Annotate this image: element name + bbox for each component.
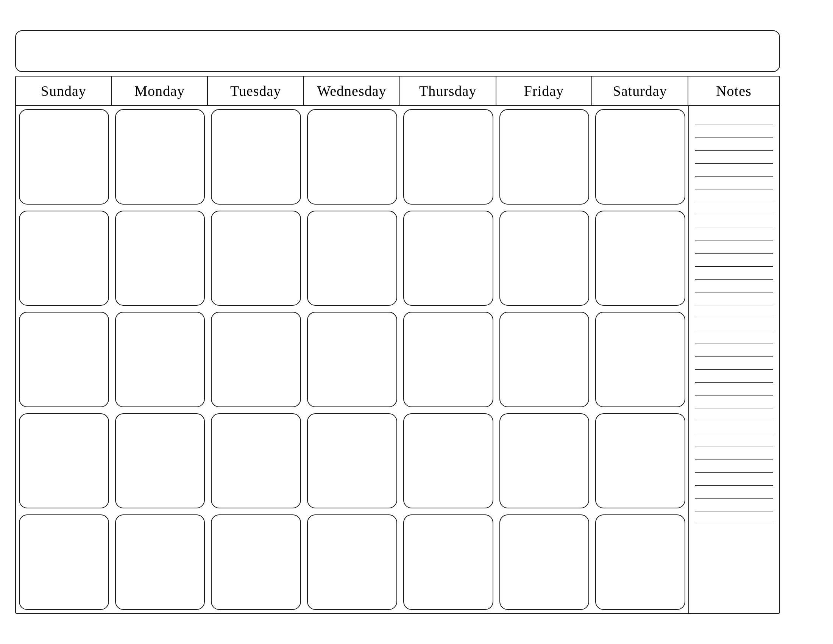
week5-saturday[interactable] bbox=[595, 514, 685, 610]
calendar-container: Sunday Monday Tuesday Wednesday Thursday… bbox=[0, 15, 795, 629]
note-line bbox=[695, 139, 773, 151]
header-notes: Notes bbox=[688, 77, 779, 105]
header-thursday: Thursday bbox=[400, 77, 496, 105]
week2-thursday[interactable] bbox=[403, 211, 494, 306]
header-row: Sunday Monday Tuesday Wednesday Thursday… bbox=[16, 77, 779, 106]
week5-friday[interactable] bbox=[499, 514, 590, 610]
week2-friday[interactable] bbox=[499, 211, 590, 306]
week2-saturday[interactable] bbox=[595, 211, 685, 306]
note-line bbox=[695, 268, 773, 280]
note-line bbox=[695, 178, 773, 189]
week1-friday[interactable] bbox=[499, 109, 590, 204]
note-line bbox=[695, 358, 773, 370]
week1-thursday[interactable] bbox=[403, 109, 494, 204]
week3-thursday[interactable] bbox=[403, 312, 494, 407]
note-line bbox=[695, 384, 773, 396]
week1-saturday[interactable] bbox=[595, 109, 685, 204]
header-tuesday: Tuesday bbox=[208, 77, 304, 105]
days-section bbox=[16, 106, 688, 613]
calendar-grid: Sunday Monday Tuesday Wednesday Thursday… bbox=[15, 76, 780, 614]
note-line bbox=[695, 513, 773, 524]
week4-friday[interactable] bbox=[499, 413, 590, 509]
week5-monday[interactable] bbox=[115, 514, 205, 610]
header-wednesday: Wednesday bbox=[304, 77, 400, 105]
week4-monday[interactable] bbox=[115, 413, 205, 509]
note-line bbox=[695, 127, 773, 138]
week2-monday[interactable] bbox=[115, 211, 205, 306]
week1-wednesday[interactable] bbox=[307, 109, 397, 204]
title-bar[interactable] bbox=[15, 30, 780, 72]
note-line bbox=[695, 436, 773, 447]
note-line bbox=[695, 346, 773, 357]
header-sunday: Sunday bbox=[16, 77, 112, 105]
note-line bbox=[695, 423, 773, 434]
note-line bbox=[695, 307, 773, 318]
week3-saturday[interactable] bbox=[595, 312, 685, 407]
note-line bbox=[695, 397, 773, 408]
week3-monday[interactable] bbox=[115, 312, 205, 407]
note-line bbox=[695, 281, 773, 293]
note-line bbox=[695, 204, 773, 215]
week3-tuesday[interactable] bbox=[211, 312, 301, 407]
note-line bbox=[695, 191, 773, 202]
note-line bbox=[695, 449, 773, 460]
week3-sunday[interactable] bbox=[19, 312, 109, 407]
week1-sunday[interactable] bbox=[19, 109, 109, 204]
note-line bbox=[695, 500, 773, 511]
note-line bbox=[695, 152, 773, 164]
note-line bbox=[695, 114, 773, 125]
note-line bbox=[695, 242, 773, 254]
week4-wednesday[interactable] bbox=[307, 413, 397, 509]
week3-wednesday[interactable] bbox=[307, 312, 397, 407]
week3-friday[interactable] bbox=[499, 312, 590, 407]
note-line bbox=[695, 255, 773, 267]
week1-tuesday[interactable] bbox=[211, 109, 301, 204]
note-line bbox=[695, 217, 773, 228]
note-line bbox=[695, 410, 773, 421]
header-saturday: Saturday bbox=[592, 77, 688, 105]
week2-wednesday[interactable] bbox=[307, 211, 397, 306]
notes-section[interactable] bbox=[688, 106, 779, 613]
week1-monday[interactable] bbox=[115, 109, 205, 204]
week5-tuesday[interactable] bbox=[211, 514, 301, 610]
note-line bbox=[695, 294, 773, 305]
note-line bbox=[695, 461, 773, 473]
note-line bbox=[695, 333, 773, 344]
week2-sunday[interactable] bbox=[19, 211, 109, 306]
note-line bbox=[695, 230, 773, 241]
week5-thursday[interactable] bbox=[403, 514, 494, 610]
note-line bbox=[695, 474, 773, 486]
calendar-body bbox=[16, 106, 779, 613]
note-line bbox=[695, 487, 773, 499]
week5-sunday[interactable] bbox=[19, 514, 109, 610]
note-line bbox=[695, 371, 773, 383]
note-line bbox=[695, 320, 773, 331]
note-line bbox=[695, 165, 773, 177]
week4-tuesday[interactable] bbox=[211, 413, 301, 509]
header-friday: Friday bbox=[496, 77, 593, 105]
week4-thursday[interactable] bbox=[403, 413, 494, 509]
week4-saturday[interactable] bbox=[595, 413, 685, 509]
week2-tuesday[interactable] bbox=[211, 211, 301, 306]
header-monday: Monday bbox=[112, 77, 208, 105]
week5-wednesday[interactable] bbox=[307, 514, 397, 610]
week4-sunday[interactable] bbox=[19, 413, 109, 509]
